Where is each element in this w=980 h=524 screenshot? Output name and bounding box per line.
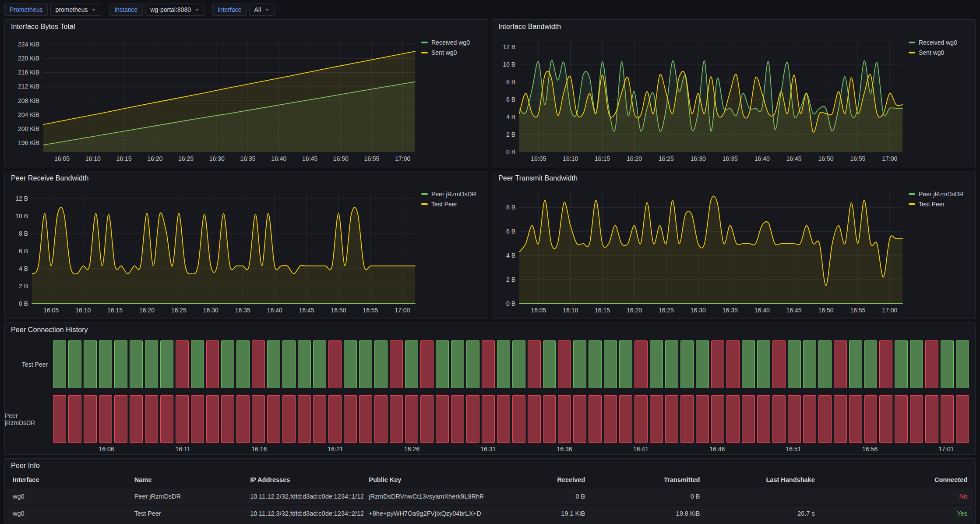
legend-item[interactable]: Received wg0 bbox=[421, 39, 484, 46]
status-bar-up bbox=[313, 340, 326, 388]
column-header[interactable]: Last Handshake bbox=[705, 473, 820, 488]
column-header[interactable]: Transmitted bbox=[590, 473, 705, 488]
svg-text:8 B: 8 B bbox=[506, 78, 515, 85]
status-bar-down bbox=[328, 395, 342, 443]
svg-text:16:05: 16:05 bbox=[54, 155, 70, 162]
status-bar-up bbox=[818, 340, 832, 388]
status-bar-down bbox=[497, 395, 510, 443]
table-cell: 26.7 s bbox=[705, 505, 820, 522]
status-bar-down bbox=[879, 395, 892, 443]
status-bar-down bbox=[328, 340, 342, 388]
panel-title[interactable]: Interface Bytes Total bbox=[11, 23, 75, 31]
table-cell: Test Peer bbox=[129, 505, 245, 522]
column-header[interactable]: IP Addresses bbox=[245, 473, 363, 488]
status-bar-up bbox=[282, 340, 296, 388]
svg-text:204 KiB: 204 KiB bbox=[18, 111, 39, 118]
column-header[interactable]: Name bbox=[129, 473, 245, 488]
svg-text:16:55: 16:55 bbox=[363, 307, 378, 314]
svg-text:16:40: 16:40 bbox=[754, 155, 770, 162]
svg-text:2 B: 2 B bbox=[506, 276, 515, 283]
var-select-interface[interactable]: All bbox=[249, 4, 275, 16]
svg-text:6 B: 6 B bbox=[506, 228, 515, 235]
status-bar-down bbox=[298, 395, 311, 443]
legend-item[interactable]: Test Peer bbox=[421, 201, 484, 208]
panel-title[interactable]: Peer Receive Bandwidth bbox=[11, 174, 88, 182]
panel-title[interactable]: Peer Transmit Bandwidth bbox=[498, 174, 578, 182]
legend-label: Test Peer bbox=[919, 201, 945, 208]
status-bar-up bbox=[696, 340, 709, 388]
table-cell bbox=[705, 488, 820, 505]
svg-text:16:25: 16:25 bbox=[171, 307, 187, 314]
status-row: Test Peer bbox=[5, 340, 969, 388]
status-bar-up bbox=[849, 340, 862, 388]
status-bar-up bbox=[359, 340, 372, 388]
status-bar-down bbox=[818, 395, 832, 443]
status-bar-down bbox=[145, 395, 158, 443]
svg-text:196 KiB: 196 KiB bbox=[18, 139, 39, 146]
svg-text:16:50: 16:50 bbox=[818, 307, 833, 314]
var-select-instance[interactable]: wg-portal:8080 bbox=[145, 4, 204, 16]
svg-text:12 B: 12 B bbox=[15, 195, 28, 202]
column-header[interactable]: Public Key bbox=[363, 473, 483, 488]
status-bar-down bbox=[635, 395, 648, 443]
legend-item[interactable]: Test Peer bbox=[909, 201, 972, 208]
chart-svg: 16:0516:1016:1516:2016:2516:3016:3516:40… bbox=[496, 34, 905, 165]
legend-item[interactable]: Peer jRzmDsDR bbox=[421, 191, 484, 198]
status-row-label: Peer jRzmDsDR bbox=[5, 395, 53, 443]
panel-peer-transmit-bandwidth: Peer Transmit Bandwidth 16:0516:1016:151… bbox=[492, 171, 976, 319]
legend-item[interactable]: Peer jRzmDsDR bbox=[909, 191, 972, 198]
status-bar-up bbox=[650, 340, 663, 388]
column-header[interactable]: Interface bbox=[7, 473, 129, 488]
legend-item[interactable]: Received wg0 bbox=[909, 39, 972, 46]
status-bar-down bbox=[374, 395, 388, 443]
svg-text:16:35: 16:35 bbox=[723, 307, 738, 314]
status-bar-down bbox=[359, 395, 372, 443]
panel-interface-bandwidth: Interface Bandwidth 16:0516:1016:1516:20… bbox=[492, 19, 976, 167]
status-bar-up bbox=[236, 340, 250, 388]
panel-title[interactable]: Peer Connection History bbox=[11, 326, 88, 334]
svg-text:16:40: 16:40 bbox=[267, 307, 282, 314]
svg-text:16:10: 16:10 bbox=[85, 155, 101, 162]
svg-text:208 KiB: 208 KiB bbox=[18, 97, 39, 104]
status-history: Test PeerPeer jRzmDsDR16:0616:1116:1616:… bbox=[5, 337, 975, 454]
var-group-interface: Interface All bbox=[212, 4, 275, 16]
svg-text:16:25: 16:25 bbox=[178, 155, 194, 162]
column-header[interactable]: Received bbox=[483, 473, 591, 488]
status-bar-down bbox=[482, 340, 495, 388]
panel-title[interactable]: Peer Info bbox=[11, 462, 40, 470]
status-bar-up bbox=[84, 340, 97, 388]
status-time-axis: 16:0616:1116:1616:2116:2616:3116:3616:41… bbox=[53, 443, 969, 453]
status-bar-down bbox=[757, 395, 770, 443]
status-bar-down bbox=[53, 395, 66, 443]
panel-interface-bytes-total: Interface Bytes Total 16:0516:1016:1516:… bbox=[4, 19, 488, 167]
svg-text:16:05: 16:05 bbox=[531, 155, 546, 162]
status-bar-up bbox=[757, 340, 770, 388]
status-bar-down bbox=[68, 395, 81, 443]
panel-body: 16:0516:1016:1516:2016:2516:3016:3516:40… bbox=[492, 34, 975, 167]
status-bar-down bbox=[726, 395, 740, 443]
var-select-datasource[interactable]: prometheus bbox=[50, 4, 101, 16]
status-bar-down bbox=[252, 395, 265, 443]
status-bar-down bbox=[405, 395, 418, 443]
svg-text:0 B: 0 B bbox=[506, 149, 515, 156]
panel-peer-connection-history: Peer Connection History Test PeerPeer jR… bbox=[4, 322, 976, 455]
svg-text:212 KiB: 212 KiB bbox=[18, 83, 39, 90]
panel-title[interactable]: Interface Bandwidth bbox=[498, 23, 561, 31]
status-bar-up bbox=[543, 340, 556, 388]
panel-header: Peer Receive Bandwidth bbox=[5, 171, 488, 185]
status-bar-down bbox=[849, 395, 862, 443]
status-bar-down bbox=[711, 395, 724, 443]
table-cell: 0 B bbox=[483, 488, 591, 505]
legend-item[interactable]: Sent wg0 bbox=[421, 49, 484, 56]
svg-text:0 B: 0 B bbox=[19, 300, 28, 307]
status-bar-down bbox=[512, 395, 525, 443]
status-bar-down bbox=[696, 395, 709, 443]
legend-item[interactable]: Sent wg0 bbox=[909, 49, 972, 56]
column-header[interactable]: Connected bbox=[820, 473, 973, 488]
status-bar-down bbox=[390, 340, 403, 388]
status-row: Peer jRzmDsDR bbox=[5, 395, 969, 443]
svg-text:16:30: 16:30 bbox=[691, 155, 706, 162]
status-bar-down bbox=[390, 395, 403, 443]
status-bar-down bbox=[420, 395, 434, 443]
svg-text:16:50: 16:50 bbox=[333, 155, 349, 162]
